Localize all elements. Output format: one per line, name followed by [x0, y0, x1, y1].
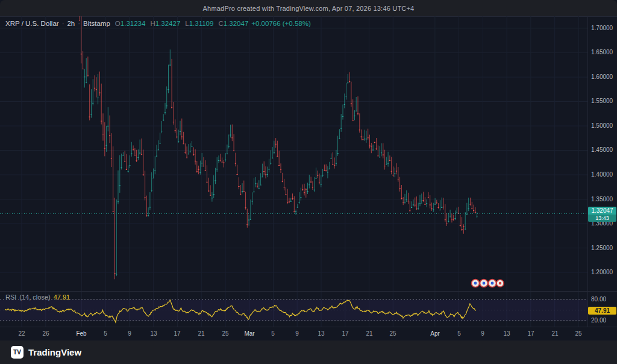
- time-tick-label: Feb: [76, 330, 86, 337]
- tradingview-logo-icon: TV: [11, 346, 23, 359]
- attribution-text: AhmadPro created with TradingView.com, A…: [203, 5, 415, 12]
- price-tick-label: 1.65000: [591, 49, 613, 55]
- time-tick-label: 13: [318, 330, 324, 337]
- price-tick-label: 1.45000: [591, 146, 613, 153]
- time-tick-label: 5: [457, 330, 461, 337]
- time-tick-label: Apr: [430, 330, 440, 337]
- change-value: +0.00766 (+0.58%): [251, 20, 310, 27]
- time-tick-label: 17: [174, 330, 180, 337]
- footer-bar: TV TradingView: [0, 340, 617, 364]
- rsi-upper-band-label: 80.00: [591, 296, 606, 303]
- high-value: H1.32427: [150, 20, 180, 27]
- time-tick-label: Mar: [244, 330, 254, 337]
- rsi-pane[interactable]: [0, 292, 587, 327]
- time-axis-divider: [0, 327, 617, 327]
- time-tick-label: 17: [342, 330, 348, 337]
- time-tick-label: 13: [150, 330, 157, 337]
- price-tick-label: 1.60000: [591, 74, 613, 80]
- time-tick-label: 25: [575, 330, 581, 337]
- price-tick-label: 1.35000: [591, 196, 613, 202]
- time-tick-label: 9: [295, 330, 299, 337]
- time-tick-label: 5: [104, 330, 107, 337]
- price-tick-label: 1.40000: [591, 171, 613, 178]
- price-axis-divider: [587, 16, 588, 327]
- time-tick-label: 21: [551, 330, 558, 337]
- price-tick-label: 1.70000: [591, 25, 613, 31]
- time-tick-label: 9: [128, 330, 131, 337]
- low-value: L1.31109: [185, 20, 213, 27]
- rsi-title[interactable]: RSI: [5, 293, 16, 301]
- time-tick-label: 17: [527, 330, 534, 337]
- price-chart-pane[interactable]: [0, 16, 587, 291]
- rsi-params: (14, close): [19, 293, 50, 301]
- tradingview-logo[interactable]: TV TradingView: [11, 346, 81, 359]
- time-tick-label: 25: [389, 330, 396, 337]
- rsi-current-value: 47.91: [54, 293, 70, 301]
- price-tick-label: 1.25000: [591, 245, 613, 251]
- tradingview-snapshot: AhmadPro created with TradingView.com, A…: [0, 0, 617, 364]
- sticker-emoji-icon[interactable]: [471, 278, 504, 289]
- time-tick-label: 13: [503, 330, 510, 337]
- rsi-value-badge: 47.91: [588, 307, 616, 315]
- interval-label[interactable]: 2h: [67, 20, 75, 27]
- legend-separator: ·: [62, 20, 64, 27]
- close-value: C1.32047: [218, 20, 248, 27]
- symbol-legend[interactable]: XRP / U.S. Dollar · 2h · Bitstamp O1.312…: [5, 20, 311, 27]
- open-value: O1.31234: [115, 20, 146, 27]
- last-price-badge: 1.32047 13:43: [588, 207, 616, 222]
- rsi-lower-band-label: 20.00: [591, 317, 606, 324]
- drawing-sticker-group[interactable]: [471, 278, 504, 291]
- time-tick-label: 26: [42, 330, 49, 337]
- last-price-value: 1.32047: [588, 207, 616, 215]
- time-tick-label: 9: [481, 330, 484, 337]
- rsi-legend[interactable]: RSI (14, close) 47.91: [5, 293, 70, 301]
- time-tick-label: 25: [222, 330, 228, 337]
- time-tick-label: 21: [198, 330, 204, 337]
- symbol-title[interactable]: XRP / U.S. Dollar: [5, 20, 59, 27]
- time-tick-label: 5: [271, 330, 275, 337]
- time-tick-label: 21: [366, 330, 372, 337]
- bar-countdown: 13:43: [588, 215, 616, 222]
- tradingview-brand-text: TradingView: [28, 347, 81, 357]
- legend-separator: ·: [78, 20, 80, 27]
- time-tick-label: 22: [18, 330, 25, 337]
- exchange-label[interactable]: Bitstamp: [83, 20, 110, 27]
- price-tick-label: 1.50000: [591, 122, 613, 129]
- price-tick-label: 1.55000: [591, 98, 613, 104]
- attribution-bar: AhmadPro created with TradingView.com, A…: [0, 0, 617, 16]
- price-tick-label: 1.20000: [591, 269, 613, 275]
